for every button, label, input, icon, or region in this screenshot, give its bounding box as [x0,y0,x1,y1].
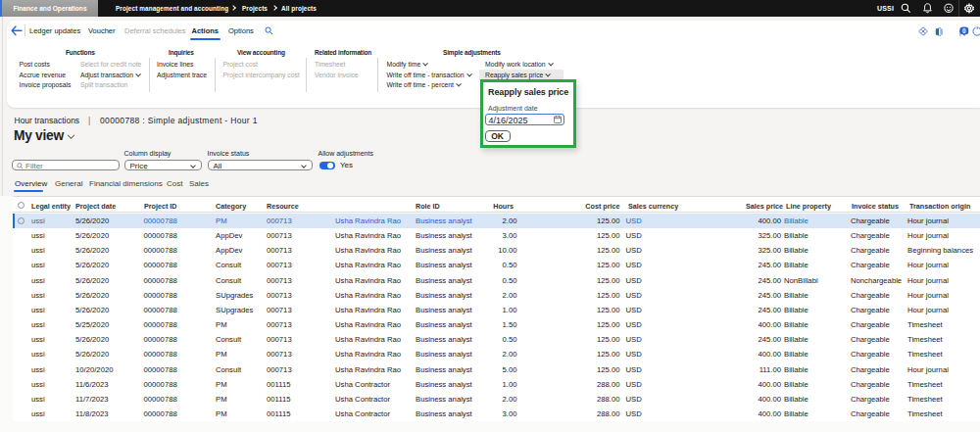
svg-text:0: 0 [962,26,966,33]
